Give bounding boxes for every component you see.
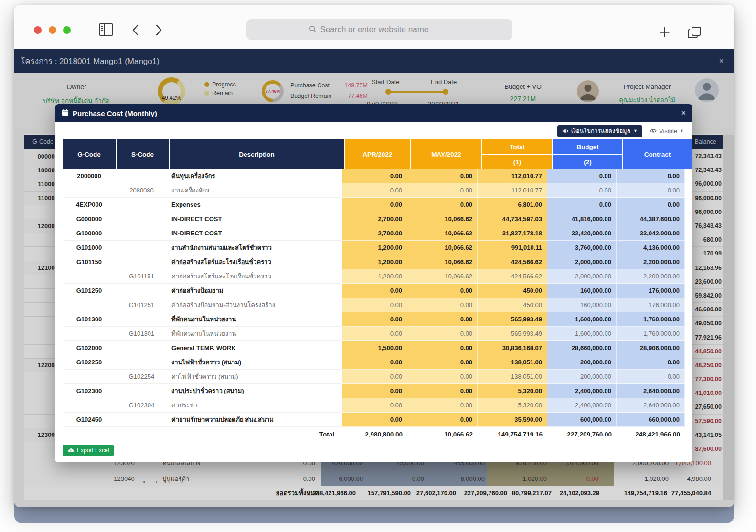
total-cell: 450.00 (478, 284, 547, 298)
scode-cell (116, 384, 168, 398)
table-row[interactable]: 2000000ต้นทุนเครื่องจักร0.000.00112,010.… (63, 169, 685, 183)
budget-cell: 160,000.00 (547, 298, 617, 312)
table-row[interactable]: G101301ที่พักคนงานในหน่วยงาน0.000.00565,… (63, 327, 685, 341)
gcode-cell (63, 327, 116, 341)
forward-button[interactable] (154, 24, 163, 38)
scode-cell (116, 341, 168, 355)
may-cell: 10,066.62 (407, 255, 478, 269)
table-row[interactable]: G101000งานสำนักงานสนามและสโตร์ชั่วคราว1,… (63, 241, 685, 255)
contract-cell: 176,000.00 (617, 284, 685, 298)
gcode-cell: G102250 (63, 355, 116, 370)
scode-cell (116, 198, 168, 212)
tab-overview-icon[interactable] (688, 26, 702, 41)
browser-toolbar (14, 5, 734, 49)
table-row[interactable]: G102450ค่ายามรักษาความปลอดภัย สนง.สนาม0.… (63, 413, 685, 427)
apr-column-header: APR/2022 (345, 139, 410, 169)
table-row[interactable]: G100000IN-DIRECT COST2,700.0010,066.6231… (63, 226, 685, 241)
table-row[interactable]: G102300งานประปาชั่วคราว (สนาม)0.000.005,… (63, 384, 685, 398)
calendar-icon (62, 109, 69, 117)
may-cell: 0.00 (407, 327, 478, 341)
address-bar[interactable] (246, 19, 512, 40)
total-may: 10,066.62 (407, 427, 478, 441)
total-cell: 31,827,178.18 (478, 226, 547, 241)
minimize-window-button[interactable] (49, 26, 56, 34)
gcode-cell: 4EXP000 (63, 198, 116, 212)
gcode-cell (63, 269, 116, 284)
table-row[interactable]: 2080080งานเครื่องจักร0.000.00112,010.770… (63, 183, 685, 198)
gcode-cell: G000000 (63, 212, 116, 226)
table-row[interactable]: G102250งานไฟฟ้าชั่วคราว (สนาม)0.000.0013… (63, 355, 685, 370)
contract-cell: 2,200,000.00 (617, 255, 685, 269)
budget-cell: 2,000,000.00 (547, 269, 617, 284)
description-cell: งานประปาชั่วคราว (สนาม) (168, 384, 342, 398)
apr-cell: 1,200.00 (342, 241, 407, 255)
budget-cell: 2,000,000.00 (547, 255, 617, 269)
contract-cell: 44,387,600.00 (617, 212, 685, 226)
total-cell: 6,801.00 (478, 198, 547, 212)
table-row[interactable]: G102304ค่าประปา0.000.005,320.002,400,000… (63, 398, 685, 413)
gcode-cell: 2000000 (63, 169, 116, 183)
scode-cell (116, 312, 168, 327)
budget-cell: 200,000.00 (547, 355, 617, 370)
web-page: โครงการ : 2018001 Mango1 (Mango1) × Owne… (14, 49, 734, 507)
browser-window: โครงการ : 2018001 Mango1 (Mango1) × Owne… (14, 5, 734, 507)
new-tab-icon[interactable] (659, 26, 671, 40)
sidebar-toggle-icon[interactable] (98, 22, 114, 39)
total-cell: 450.00 (478, 298, 547, 312)
table-row[interactable]: G102254ค่าไฟฟ้าชั่วคราว (สนาม)0.000.0013… (63, 370, 685, 384)
apr-cell: 0.00 (342, 370, 407, 384)
description-cell: ค่าประปา (168, 398, 342, 413)
spacer-cell (116, 427, 168, 441)
export-excel-button[interactable]: Export Excel (63, 445, 114, 456)
table-row[interactable]: G000000IN-DIRECT COST2,700.0010,066.6244… (63, 212, 685, 226)
table-row[interactable]: G101300ที่พักคนงานในหน่วยงาน0.000.00565,… (63, 312, 685, 327)
may-cell: 0.00 (407, 183, 478, 198)
zoom-window-button[interactable] (63, 26, 71, 34)
gcode-cell: G102450 (63, 413, 116, 427)
description-cell: ค่าก่อสร้างป้อมยาม-ส่วนงานโครงสร้าง (168, 298, 342, 312)
search-input[interactable] (319, 24, 450, 35)
description-cell: งานไฟฟ้าชั่วคราว (สนาม) (168, 355, 342, 370)
total-cell: 138,051.00 (478, 370, 547, 384)
display-conditions-label: เงื่อนไขการแสดงข้อมูล (571, 126, 630, 136)
table-row[interactable]: G101250ค่าก่อสร้างป้อมยาม0.000.00450.001… (63, 284, 685, 298)
contract-cell: 0.00 (617, 370, 685, 384)
table-row[interactable]: G102000General TEMP. WORK1,500.000.0030,… (63, 341, 685, 355)
table-row[interactable]: G101150ค่าก่อสร้างสโตร์และโรงเรือนชั่วคร… (63, 255, 685, 269)
description-column-header: Description (170, 139, 344, 169)
contract-cell: 660,000.00 (617, 413, 685, 427)
modal-visible-dropdown[interactable]: Visible ▼ (650, 128, 684, 135)
spacer-cell (63, 427, 116, 441)
screenshot-canvas: โครงการ : 2018001 Mango1 (Mango1) × Owne… (0, 0, 756, 532)
modal-close-icon[interactable]: × (681, 109, 686, 117)
budget-cell: 1,600,000.00 (547, 312, 617, 327)
description-cell: IN-DIRECT COST (168, 226, 342, 241)
apr-cell: 0.00 (342, 198, 407, 212)
table-row[interactable]: G101251ค่าก่อสร้างป้อมยาม-ส่วนงานโครงสร้… (63, 298, 685, 312)
description-cell: General TEMP. WORK (168, 341, 342, 355)
modal-header: Purchase Cost (Monthly) × (55, 104, 692, 122)
may-cell: 10,066.62 (407, 226, 478, 241)
budget-cell: 1,600,000.00 (547, 327, 617, 341)
total-column-header: Total (482, 139, 552, 154)
contract-cell: 2,640,000.00 (617, 384, 685, 398)
total-cell: 424,566.62 (478, 269, 547, 284)
close-window-button[interactable] (34, 26, 42, 34)
contract-cell: 4,136,000.00 (617, 241, 685, 255)
gcode-cell (63, 398, 116, 413)
total-cell: 5,320.00 (478, 384, 547, 398)
apr-cell: 0.00 (342, 384, 407, 398)
total-label: Total (168, 427, 342, 441)
budget-cell: 32,420,000.00 (547, 226, 617, 241)
table-row[interactable]: G101151ค่าก่อสร้างสโตร์และโรงเรือนชั่วคร… (63, 269, 685, 284)
modal-visible-label: Visible (659, 128, 677, 135)
budget-cell: 0.00 (547, 198, 617, 212)
back-button[interactable] (131, 24, 140, 38)
budget-cell: 600,000.00 (547, 413, 617, 427)
budget-cell: 2,400,000.00 (547, 398, 617, 413)
apr-cell: 0.00 (342, 183, 407, 198)
table-row[interactable]: 4EXP000Expenses0.000.006,801.000.000.00 (63, 198, 685, 212)
table-header: G-Code S-Code Description APR/2022 MAY/2… (63, 139, 685, 169)
display-conditions-button[interactable]: เงื่อนไขการแสดงข้อมูล ▼ (557, 125, 642, 137)
scode-column-header: S-Code (117, 139, 169, 169)
